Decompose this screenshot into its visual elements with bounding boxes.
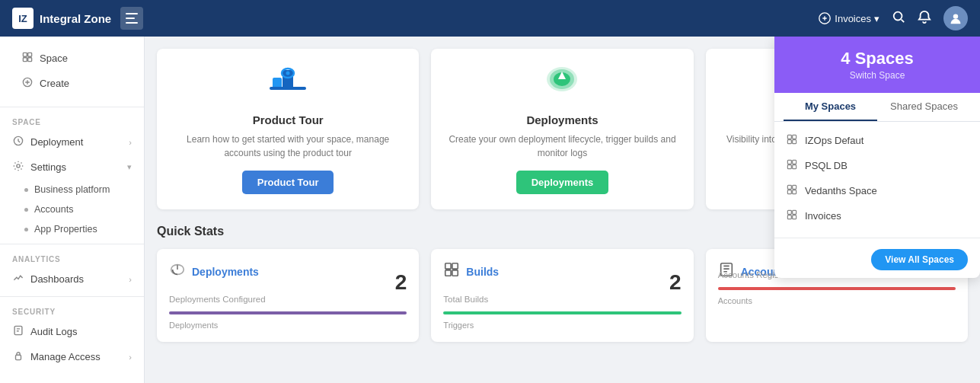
main-content: Product Tour Learn how to get started wi… <box>145 37 980 383</box>
settings-arrow: ▾ <box>127 162 132 172</box>
space-item-icon-0 <box>787 134 797 147</box>
svg-rect-1 <box>126 18 135 19</box>
deployments-button[interactable]: Deployments <box>516 171 609 194</box>
svg-rect-2 <box>126 22 138 24</box>
security-section-label: SECURITY <box>0 302 144 319</box>
svg-point-12 <box>17 164 20 168</box>
svg-rect-34 <box>793 140 796 144</box>
deployments-desc: Create your own deployment lifecycle, tr… <box>443 132 681 160</box>
svg-rect-31 <box>787 135 791 139</box>
spaces-header: 4 Spaces Switch Space <box>774 37 980 93</box>
logo[interactable]: IZ Integral Zone <box>12 8 111 29</box>
svg-rect-41 <box>787 190 791 194</box>
accounts-progress-bar <box>718 287 956 290</box>
sidebar-item-audit-logs[interactable]: Audit Logs <box>0 319 144 344</box>
search-icon[interactable] <box>892 10 905 27</box>
product-tour-button[interactable]: Product Tour <box>242 171 334 194</box>
spaces-panel: 4 Spaces Switch Space My Spaces Shared S… <box>774 37 980 278</box>
svg-rect-14 <box>16 355 21 359</box>
user-avatar[interactable] <box>943 6 968 30</box>
sidebar-item-deployment[interactable]: Deployment › <box>0 129 144 155</box>
svg-rect-9 <box>28 58 32 62</box>
svg-rect-43 <box>787 210 791 214</box>
sidebar-item-create[interactable]: Create <box>9 71 135 96</box>
svg-rect-33 <box>787 140 791 144</box>
deployments-title: Deployments <box>443 113 681 126</box>
builds-progress-bar <box>443 311 681 314</box>
stat-card-deployments: Deployments 2 Deployments Configured Dep… <box>157 249 419 342</box>
sidebar-item-space[interactable]: Space <box>9 46 135 71</box>
divider-2 <box>0 244 144 244</box>
spaces-item-izops[interactable]: IZOps Defaut <box>774 128 980 153</box>
spaces-switch: Switch Space <box>787 70 968 81</box>
stat-deployments-title: Deployments <box>192 266 259 278</box>
feature-card-deployments: Deployments Create your own deployment l… <box>431 49 693 209</box>
svg-rect-45 <box>787 215 791 219</box>
analytics-section-label: ANALYTICS <box>0 249 144 267</box>
svg-rect-44 <box>793 210 796 214</box>
spaces-item-vedanths[interactable]: Vedanths Space <box>774 178 980 203</box>
svg-point-4 <box>894 11 902 20</box>
stat-builds-bottom: Triggers <box>443 321 681 330</box>
divider-1 <box>0 107 144 107</box>
svg-rect-42 <box>793 190 796 194</box>
spaces-item-psql[interactable]: PSQL DB <box>774 153 980 178</box>
svg-rect-37 <box>787 165 791 169</box>
stat-accounts-bottom: Accounts <box>718 296 956 305</box>
invoices-dropdown[interactable]: Invoices ▾ <box>818 11 879 25</box>
bullet-icon <box>24 208 28 212</box>
svg-rect-7 <box>28 53 32 56</box>
product-tour-icon <box>169 64 407 106</box>
product-tour-desc: Learn how to get started with your space… <box>169 132 407 160</box>
bullet-icon <box>24 188 28 192</box>
main-layout: Space Create SPACE Deployment <box>0 37 980 383</box>
topnav-right: Invoices ▾ <box>818 6 968 30</box>
svg-rect-38 <box>793 165 796 169</box>
deployment-arrow: › <box>129 138 132 147</box>
deployment-icon <box>12 136 24 148</box>
space-icon <box>21 52 34 65</box>
menu-icon[interactable] <box>120 7 143 30</box>
sidebar-sub-accounts[interactable]: Accounts <box>0 199 144 219</box>
tab-shared-spaces[interactable]: Shared Spaces <box>877 93 971 121</box>
spaces-count: 4 Spaces <box>787 49 968 69</box>
stat-builds-icon <box>443 261 460 282</box>
space-item-icon-3 <box>787 209 797 222</box>
view-all-button-container: View All Spaces <box>774 241 980 278</box>
stat-builds-subtitle: Total Builds <box>443 295 681 304</box>
notifications-icon[interactable] <box>918 10 931 27</box>
svg-rect-17 <box>270 87 306 90</box>
sidebar-item-dashboards[interactable]: Dashboards › <box>0 267 144 292</box>
stat-deployments-subtitle: Deployments Configured <box>169 295 407 304</box>
svg-rect-35 <box>787 160 791 164</box>
svg-rect-40 <box>793 185 796 189</box>
sidebar: Space Create SPACE Deployment <box>0 37 145 383</box>
manage-access-arrow: › <box>129 353 132 362</box>
svg-rect-32 <box>793 135 796 139</box>
invoices-icon <box>818 11 832 25</box>
product-tour-title: Product Tour <box>169 113 407 126</box>
tab-my-spaces[interactable]: My Spaces <box>784 93 877 121</box>
sidebar-top: Space Create <box>0 46 144 96</box>
svg-rect-6 <box>23 53 27 56</box>
spaces-list: IZOps Defaut PSQL DB <box>774 122 980 235</box>
spaces-tabs: My Spaces Shared Spaces <box>774 93 980 122</box>
stat-deployments-bottom: Deployments <box>169 321 407 330</box>
deployments-progress-bar <box>169 311 407 314</box>
sidebar-sub-app-properties[interactable]: App Properties <box>0 219 144 239</box>
stat-builds-title: Builds <box>466 266 499 278</box>
settings-icon <box>12 161 24 174</box>
svg-rect-46 <box>793 215 796 219</box>
top-navigation: IZ Integral Zone Invoices ▾ <box>0 0 980 37</box>
sidebar-item-manage-access[interactable]: Manage Access › <box>0 344 144 369</box>
view-all-spaces-button[interactable]: View All Spaces <box>871 249 968 270</box>
space-section-label: SPACE <box>0 112 144 129</box>
svg-rect-0 <box>126 13 138 14</box>
spaces-item-invoices[interactable]: Invoices <box>774 203 980 228</box>
sidebar-item-settings[interactable]: Settings ▾ <box>0 155 144 180</box>
sidebar-sub-business-platform[interactable]: Business platform <box>0 180 144 199</box>
dashboards-arrow: › <box>129 275 132 284</box>
space-item-icon-2 <box>787 184 797 197</box>
manage-access-icon <box>12 350 24 363</box>
svg-rect-28 <box>445 270 451 276</box>
